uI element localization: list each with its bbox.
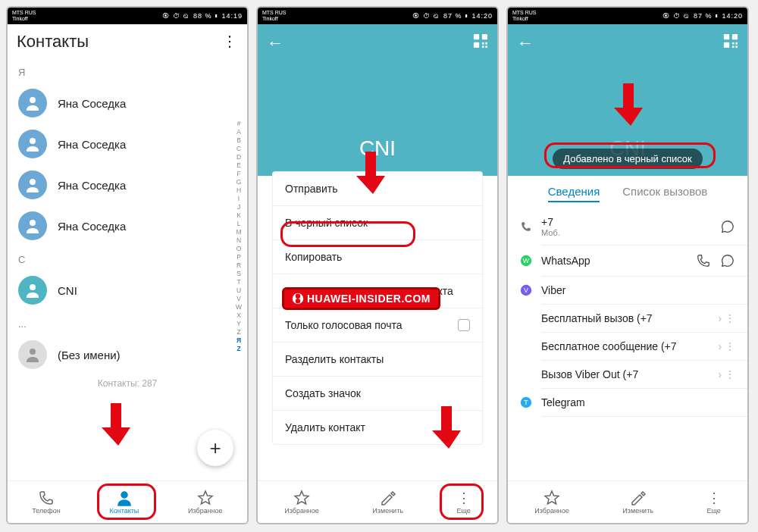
tab[interactable]: Список вызовов [622,185,707,202]
menu-item[interactable]: Отправить [273,172,482,206]
avatar [18,276,47,305]
detail-tabs: СведенияСписок вызовов [508,176,747,208]
screen-contacts-list: MTS RUSTinkoff ⦿ ⏱ ⦰ 88 % ▮ 14:19 Контак… [6,6,249,524]
section-label: C [8,246,247,270]
contact-row[interactable]: Яна Соседка [8,164,247,205]
contact-name: (Без имени) [58,349,121,361]
detail-row[interactable]: Бесплатное сообщение (+7› ⋮ [508,333,747,360]
back-icon[interactable]: ← [517,33,534,53]
detail-row[interactable]: +7Моб. [508,208,747,245]
whatsapp-icon: W [520,255,532,267]
menu-item[interactable]: Разделить контакты [273,343,482,377]
contact-row[interactable]: Яна Соседка [8,205,247,246]
nav-Изменить[interactable]: Изменить [372,490,403,515]
telegram-icon: T [520,396,532,408]
page-title: Контакты [17,32,89,52]
nav-Изменить[interactable]: Изменить [622,490,653,515]
contact-name: CNI [359,136,396,161]
alpha-scroll-index[interactable]: #ABCDEFGHIJKLMNOPRSTUVWXYZЯZ [233,120,244,353]
menu-item[interactable]: Создать значок [273,377,482,411]
status-bar: MTS RUSTinkoff ⦿ ⏱ ⦰ 88 % ▮ 14:19 [8,8,247,24]
nav-Телефон[interactable]: Телефон [32,490,60,515]
nav-Еще[interactable]: ⋮Еще [456,490,470,515]
nav-Избранное[interactable]: Избранное [534,490,569,515]
nav-Избранное[interactable]: Избранное [188,490,223,515]
menu-item[interactable]: Только голосовая почта [273,308,482,343]
avatar [18,171,47,199]
detail-row[interactable]: T Telegram [508,389,747,416]
svg-text:T: T [524,399,528,406]
screen-contact-details: MTS RUSTinkoff ⦿ ⏱ ⦰ 87 % ▮ 14:20 ← CNI … [506,6,749,524]
phone-icon [520,221,532,233]
bottom-nav: Телефон Контакты Избранное [8,480,247,523]
toast-blacklisted: Добавлено в черный список [553,149,703,169]
bottom-nav: ИзбранноеИзменить⋮Еще [508,480,747,523]
section-label: Я [8,59,247,83]
screen-contact-menu: MTS RUSTinkoff ⦿ ⏱ ⦰ 87 % ▮ 14:20 ← CNI … [256,6,499,524]
qr-icon[interactable] [723,33,738,52]
viber-icon: V [520,284,532,296]
nav-Контакты[interactable]: Контакты [109,490,139,515]
contact-row[interactable]: Яна Соседка [8,83,247,124]
svg-text:V: V [524,286,528,294]
detail-row[interactable]: Бесплатный вызов (+7› ⋮ [508,305,747,332]
detail-row[interactable]: W WhatsApp [508,246,747,276]
section-label: ... [8,311,247,334]
avatar [18,211,47,240]
svg-text:W: W [523,257,530,264]
contact-header: ← CNI [258,24,497,176]
back-icon[interactable]: ← [267,33,283,53]
status-bar: MTS RUSTinkoff ⦿ ⏱ ⦰ 87 % ▮ 14:20 [508,8,747,24]
tab[interactable]: Сведения [548,185,600,202]
chevron-icon: › ⋮ [718,312,735,324]
nav-Еще[interactable]: ⋮Еще [706,490,720,515]
qr-icon[interactable] [473,33,488,52]
chat-icon[interactable] [720,253,735,268]
contact-name: Яна Соседка [58,179,126,192]
avatar [18,130,47,158]
overflow-menu-icon[interactable]: ⋯ [221,34,240,49]
menu-item[interactable]: WКопировать [273,240,482,274]
watermark: HUAWEI-INSIDER.COM [282,287,440,310]
bottom-nav: ИзбранноеИзменить⋮Еще [258,480,497,523]
contact-header: ← CNI Добавлено в черный список [508,24,747,176]
avatar [18,89,47,117]
chevron-icon: › ⋮ [718,340,735,352]
add-contact-fab[interactable]: + [197,430,233,466]
avatar [18,340,47,369]
checkbox[interactable] [458,319,470,331]
contact-name: Яна Соседка [58,220,126,233]
contact-row[interactable]: (Без имени) [8,334,247,375]
contact-name: Яна Соседка [58,97,126,110]
status-bar: MTS RUSTinkoff ⦿ ⏱ ⦰ 87 % ▮ 14:20 [258,8,497,24]
menu-item[interactable]: TУдалить контакт [273,411,482,444]
app-bar: Контакты ⋯ [8,24,247,59]
detail-row[interactable]: Вызов Viber Out (+7› ⋮ [508,361,747,388]
chat-icon[interactable] [720,219,735,234]
call-icon[interactable] [696,253,711,268]
menu-item[interactable]: В черный список [273,206,482,240]
contact-name: CNI [58,284,77,297]
contact-name: Яна Соседка [58,138,126,151]
detail-row[interactable]: V Viber [508,277,747,304]
contacts-count: Контакты: 287 [8,375,247,392]
nav-Избранное[interactable]: Избранное [284,490,319,515]
chevron-icon: › ⋮ [718,368,735,380]
contact-row[interactable]: CNI [8,270,247,311]
contact-row[interactable]: Яна Соседка [8,124,247,164]
